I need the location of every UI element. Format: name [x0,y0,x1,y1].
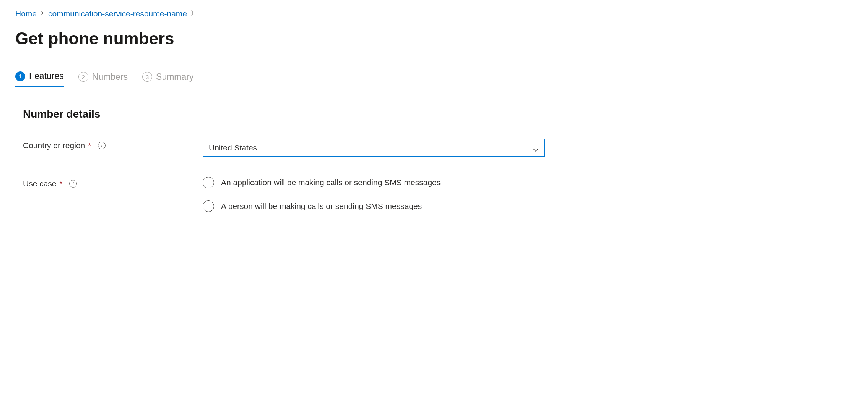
info-icon[interactable]: i [98,142,106,149]
form-row-usecase: Use case * i An application will be maki… [23,177,853,212]
country-select-value: United States [209,143,257,152]
page-header: Get phone numbers ⋯ [15,29,853,48]
form-label-wrap: Use case * i [23,177,203,188]
country-select[interactable]: United States [203,139,545,157]
tab-label: Numbers [92,72,128,82]
country-label: Country or region [23,141,85,150]
page-title: Get phone numbers [15,29,174,48]
usecase-radio-group: An application will be making calls or s… [203,177,853,212]
tab-number-badge: 3 [142,72,152,82]
info-icon[interactable]: i [69,180,77,188]
radio-icon [203,200,214,212]
radio-label: An application will be making calls or s… [221,178,441,187]
usecase-label: Use case [23,179,57,188]
chevron-right-icon [41,10,44,17]
tabs: 1 Features 2 Numbers 3 Summary [15,71,853,87]
usecase-option-person[interactable]: A person will be making calls or sending… [203,200,853,212]
required-indicator: * [88,141,91,150]
usecase-option-application[interactable]: An application will be making calls or s… [203,177,853,188]
radio-label: A person will be making calls or sending… [221,202,422,211]
radio-icon [203,177,214,188]
tab-summary[interactable]: 3 Summary [142,71,193,87]
section-title: Number details [23,108,853,120]
more-menu-icon[interactable]: ⋯ [186,34,194,43]
required-indicator: * [60,179,63,188]
country-select-wrap: United States [203,139,545,157]
tab-number-badge: 2 [78,72,88,82]
breadcrumb: Home communication-service-resource-name [15,9,853,18]
form-row-country: Country or region * i United States [23,139,853,157]
tab-label: Summary [156,72,193,82]
chevron-down-icon [533,145,539,151]
tab-number-badge: 1 [15,71,25,81]
tab-label: Features [29,71,64,81]
chevron-right-icon [191,10,195,17]
breadcrumb-home[interactable]: Home [15,9,37,18]
section-number-details: Number details Country or region * i Uni… [15,108,853,212]
tab-features[interactable]: 1 Features [15,71,64,87]
tab-numbers[interactable]: 2 Numbers [78,71,128,87]
breadcrumb-resource[interactable]: communication-service-resource-name [48,9,187,18]
form-label-wrap: Country or region * i [23,139,203,150]
